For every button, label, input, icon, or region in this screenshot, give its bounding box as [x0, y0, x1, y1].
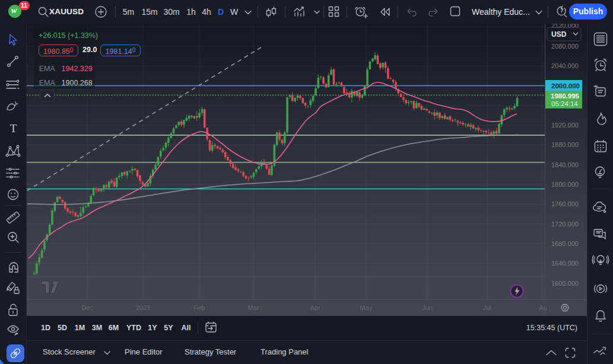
svg-text:Jun: Jun [422, 304, 433, 311]
svg-text:1600.000: 1600.000 [551, 280, 579, 287]
svg-text:2023: 2023 [136, 304, 150, 311]
svg-text:1680.000: 1680.000 [551, 240, 579, 247]
svg-text:2000.000: 2000.000 [551, 82, 580, 90]
svg-text:1720.000: 1720.000 [551, 221, 579, 228]
svg-text:2080.000: 2080.000 [551, 43, 579, 50]
svg-text:1880.000: 1880.000 [551, 141, 579, 148]
svg-text:May: May [360, 304, 373, 311]
svg-text:1800.000: 1800.000 [551, 181, 579, 188]
svg-text:USD: USD [551, 30, 567, 39]
svg-text:05:24:14: 05:24:14 [551, 100, 578, 107]
svg-text:1980.995: 1980.995 [551, 92, 580, 100]
svg-text:1760.000: 1760.000 [551, 200, 579, 207]
svg-text:Dec: Dec [81, 304, 93, 311]
svg-text:Jul: Jul [483, 304, 491, 311]
svg-text:Au: Au [539, 304, 547, 311]
svg-text:2120.000: 2120.000 [551, 24, 579, 29]
svg-text:1920.000: 1920.000 [551, 122, 579, 129]
svg-text:Apr: Apr [310, 304, 320, 311]
svg-text:Mar: Mar [248, 304, 259, 311]
svg-text:1640.000: 1640.000 [551, 260, 579, 267]
svg-text:2040.000: 2040.000 [551, 62, 579, 69]
svg-text:Feb: Feb [194, 304, 205, 311]
svg-text:1840.000: 1840.000 [551, 161, 579, 168]
